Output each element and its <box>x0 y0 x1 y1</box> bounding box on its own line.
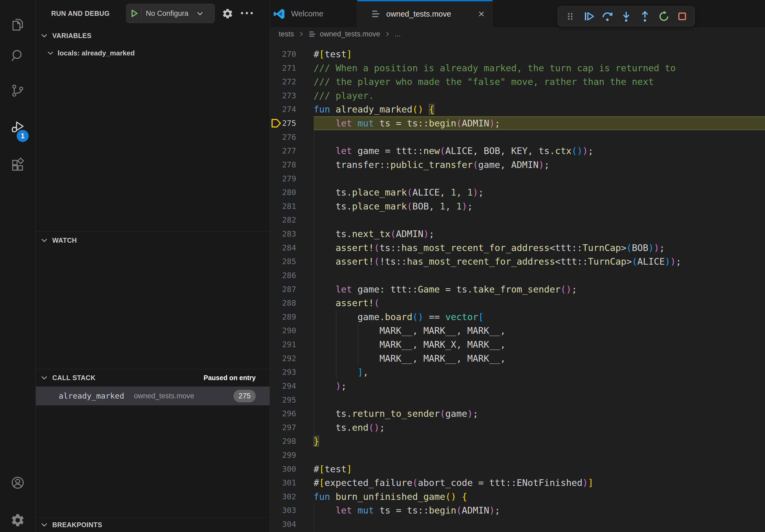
line-number[interactable]: 298 <box>270 434 296 448</box>
line-number[interactable]: 293 <box>270 365 296 379</box>
extensions-icon[interactable] <box>10 157 25 172</box>
line-number[interactable]: 284 <box>270 241 296 255</box>
start-debug-icon[interactable] <box>127 8 142 19</box>
code-line[interactable]: 296 ts.return_to_sender(game); <box>270 406 765 420</box>
files-icon[interactable] <box>10 17 25 32</box>
debug-settings-gear-icon[interactable] <box>222 8 234 20</box>
line-number[interactable]: 287 <box>270 282 296 296</box>
line-number[interactable]: 294 <box>270 379 296 393</box>
section-watch[interactable]: WATCH <box>36 232 270 249</box>
line-number[interactable]: 292 <box>270 352 296 366</box>
line-number[interactable]: 300 <box>270 462 296 476</box>
line-number[interactable]: 274 <box>270 102 296 116</box>
code-line[interactable]: 303 let mut ts = ts::begin(ADMIN); <box>270 503 765 517</box>
source-control-icon[interactable] <box>10 83 25 98</box>
step-over-icon[interactable] <box>601 10 614 23</box>
line-number[interactable]: 295 <box>270 393 296 407</box>
search-icon[interactable] <box>10 48 25 63</box>
settings-gear-icon[interactable] <box>10 513 25 528</box>
code-line[interactable]: 276 <box>270 130 765 144</box>
line-number[interactable]: 282 <box>270 213 296 227</box>
code-line[interactable]: 286 <box>270 268 765 282</box>
line-number[interactable]: 271 <box>270 61 296 75</box>
continue-icon[interactable] <box>582 10 595 23</box>
line-number[interactable]: 270 <box>270 47 296 61</box>
line-number[interactable]: 302 <box>270 490 296 504</box>
code-line[interactable]: 284 assert!(ts::has_most_recent_for_addr… <box>270 241 765 255</box>
tab-owned-tests[interactable]: owned_tests.move <box>357 0 493 28</box>
code-line[interactable]: 295 <box>270 393 765 407</box>
code-line[interactable]: 274fun already_marked() { <box>270 102 765 116</box>
code-line[interactable]: 271/// When a position is already marked… <box>270 61 765 75</box>
code-line[interactable]: 270#[test] <box>270 47 765 61</box>
drag-handle-icon[interactable] <box>564 10 576 23</box>
line-number[interactable]: 299 <box>270 448 296 462</box>
code-line[interactable]: 289 game.board() == vector[ <box>270 310 765 324</box>
debug-config-dropdown[interactable]: No Configura <box>126 4 215 23</box>
code-line[interactable]: 275 let mut ts = ts::begin(ADMIN); <box>270 116 765 130</box>
line-number[interactable]: 303 <box>270 503 296 517</box>
line-number[interactable]: 291 <box>270 338 296 352</box>
section-call-stack[interactable]: CALL STACK Paused on entry <box>36 370 270 386</box>
code-line[interactable]: 299 <box>270 448 765 462</box>
code-line[interactable]: 302fun burn_unfinished_game() { <box>270 490 765 504</box>
tab-welcome[interactable]: Welcome <box>270 0 357 28</box>
code-line[interactable]: 292 MARK__, MARK__, MARK__, <box>270 352 765 366</box>
line-number[interactable]: 272 <box>270 75 296 89</box>
stop-icon[interactable] <box>676 10 689 23</box>
line-number[interactable]: 276 <box>270 130 296 144</box>
code-line[interactable]: 287 let game: ttt::Game = ts.take_from_s… <box>270 282 765 296</box>
step-into-icon[interactable] <box>620 10 633 23</box>
section-variables[interactable]: VARIABLES <box>36 27 270 44</box>
code-line[interactable]: 273/// player. <box>270 89 765 103</box>
code-line[interactable]: 290 MARK__, MARK__, MARK__, <box>270 324 765 338</box>
code-line[interactable]: 294 ); <box>270 379 765 393</box>
account-icon[interactable] <box>10 475 25 490</box>
code-line[interactable]: 280 ts.place_mark(ALICE, 1, 1); <box>270 185 765 199</box>
line-number[interactable]: 281 <box>270 199 296 213</box>
step-out-icon[interactable] <box>638 10 651 23</box>
code-line[interactable]: 277 let game = ttt::new(ALICE, BOB, KEY,… <box>270 144 765 158</box>
section-breakpoints[interactable]: BREAKPOINTS <box>36 518 270 532</box>
run-debug-icon[interactable]: 1 <box>10 119 25 134</box>
breadcrumb-folder[interactable]: tests <box>279 30 294 38</box>
line-number[interactable]: 289 <box>270 310 296 324</box>
breadcrumb-file[interactable]: owned_tests.move <box>320 30 380 38</box>
close-icon[interactable] <box>477 9 486 19</box>
line-number[interactable]: 279 <box>270 172 296 186</box>
line-number[interactable]: 288 <box>270 296 296 310</box>
line-number[interactable]: 283 <box>270 227 296 241</box>
line-number[interactable]: 304 <box>270 517 296 531</box>
line-number[interactable]: 296 <box>270 406 296 420</box>
code-editor[interactable]: 270#[test]271/// When a position is alre… <box>270 40 765 532</box>
code-line[interactable]: 272/// the player who made the "false" m… <box>270 75 765 89</box>
line-number[interactable]: 297 <box>270 420 296 434</box>
code-line[interactable]: 282 <box>270 213 765 227</box>
line-number[interactable]: 290 <box>270 324 296 338</box>
code-line[interactable]: 304 <box>270 517 765 531</box>
call-stack-frame[interactable]: already_marked owned_tests.move 275 <box>36 387 270 405</box>
code-line[interactable]: 298} <box>270 434 765 448</box>
line-number[interactable]: 280 <box>270 185 296 199</box>
code-line[interactable]: 281 ts.place_mark(BOB, 1, 1); <box>270 199 765 213</box>
locals-scope-item[interactable]: locals: already_marked <box>36 45 270 61</box>
line-number[interactable]: 273 <box>270 89 296 103</box>
code-line[interactable]: 279 <box>270 172 765 186</box>
code-line[interactable]: 283 ts.next_tx(ADMIN); <box>270 227 765 241</box>
code-line[interactable]: 278 transfer::public_transfer(game, ADMI… <box>270 158 765 172</box>
line-number[interactable]: 286 <box>270 268 296 282</box>
code-line[interactable]: 285 assert!(!ts::has_most_recent_for_add… <box>270 254 765 268</box>
restart-icon[interactable] <box>657 10 670 23</box>
more-actions-icon[interactable] <box>241 10 253 17</box>
code-line[interactable]: 291 MARK__, MARK_X, MARK__, <box>270 338 765 352</box>
line-number[interactable]: 277 <box>270 144 296 158</box>
code-line[interactable]: 293 ], <box>270 365 765 379</box>
code-line[interactable]: 297 ts.end(); <box>270 420 765 434</box>
code-line[interactable]: 300#[test] <box>270 462 765 476</box>
breadcrumb-symbol[interactable]: ... <box>394 30 401 38</box>
line-number[interactable]: 275 <box>270 116 296 130</box>
line-number[interactable]: 301 <box>270 476 296 490</box>
line-number[interactable]: 278 <box>270 158 296 172</box>
code-line[interactable]: 301#[expected_failure(abort_code = ttt::… <box>270 476 765 490</box>
line-number[interactable]: 285 <box>270 254 296 268</box>
